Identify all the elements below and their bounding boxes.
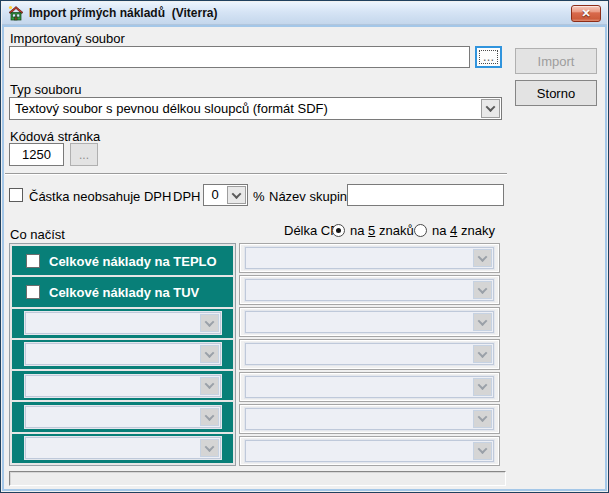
- titlebar[interactable]: Import přímých nákladů (Viterra) ✕: [2, 2, 607, 25]
- dropdown-button[interactable]: [473, 442, 492, 460]
- filetype-label: Typ souboru: [10, 82, 82, 97]
- dropdown-button[interactable]: [200, 408, 219, 426]
- tuv-label: Celkové náklady na TUV: [49, 284, 199, 299]
- row-extra-3: [12, 371, 233, 400]
- row-tuv: Celkové náklady na TUV: [12, 277, 233, 306]
- row-teplo: Celkové náklady na TEPLO: [12, 246, 233, 275]
- ellipsis-icon: ...: [79, 148, 89, 162]
- extra-item-combobox-4[interactable]: [25, 406, 221, 428]
- imported-file-label: Importovaný soubor: [10, 31, 125, 46]
- imported-file-input[interactable]: [9, 46, 470, 68]
- chevron-down-icon: [205, 348, 215, 358]
- filetype-dropdown-button[interactable]: [481, 99, 500, 118]
- import-button-label: Import: [538, 54, 575, 69]
- dph-dropdown-button[interactable]: [227, 186, 246, 204]
- filetype-selected-value: Textový soubor s pevnou délkou sloupců (…: [10, 99, 480, 119]
- radio-cp-4-chars[interactable]: [414, 224, 427, 237]
- close-button[interactable]: ✕: [571, 5, 601, 22]
- column-combobox-1[interactable]: [245, 247, 494, 269]
- codepage-input[interactable]: [9, 143, 64, 166]
- chevron-down-icon: [205, 317, 215, 327]
- mapping-row-4: [239, 339, 500, 369]
- dropdown-button[interactable]: [473, 378, 492, 396]
- column-mapping-panel: [239, 243, 500, 466]
- chevron-down-icon: [205, 411, 215, 421]
- chevron-down-icon: [478, 348, 488, 358]
- dropdown-button[interactable]: [473, 281, 492, 299]
- cp-length-label: Délka CP: [284, 223, 339, 238]
- mapping-row-5: [239, 372, 500, 402]
- chevron-down-icon: [205, 442, 215, 452]
- dph-label: DPH: [173, 189, 200, 204]
- codepage-browse-button[interactable]: ...: [70, 143, 98, 166]
- browse-file-button[interactable]: …: [475, 46, 502, 68]
- radio-cp-5-chars[interactable]: [332, 224, 345, 237]
- teplo-checkbox[interactable]: [26, 254, 40, 268]
- chevron-down-icon: [478, 445, 488, 455]
- radio-cp-4-label: na 4 znaky: [432, 223, 495, 238]
- mapping-row-2: [239, 275, 500, 305]
- column-combobox-5[interactable]: [245, 376, 494, 398]
- column-combobox-6[interactable]: [245, 408, 494, 430]
- focus-marquee: [479, 50, 498, 64]
- row-extra-5: [12, 434, 233, 463]
- teplo-label: Celkové náklady na TEPLO: [49, 253, 217, 268]
- chevron-down-icon: [478, 252, 488, 262]
- dropdown-button[interactable]: [473, 249, 492, 267]
- column-combobox-2[interactable]: [245, 279, 494, 301]
- tuv-checkbox[interactable]: [26, 285, 40, 299]
- dropdown-button[interactable]: [473, 345, 492, 363]
- radio-4-suffix: znaky: [457, 223, 495, 238]
- mapping-row-3: [239, 307, 500, 337]
- mapping-row-1: [239, 243, 500, 273]
- close-icon: ✕: [581, 8, 590, 19]
- dropdown-button[interactable]: [473, 313, 492, 331]
- dialog-import-primych-nakladu: Import přímých nákladů (Viterra) ✕ Impor…: [0, 0, 609, 493]
- radio-4-prefix: na: [432, 223, 450, 238]
- chevron-down-icon: [232, 189, 242, 199]
- extra-item-combobox-1[interactable]: [25, 312, 221, 334]
- storno-button-label: Storno: [537, 86, 575, 101]
- extra-item-combobox-2[interactable]: [25, 343, 221, 365]
- radio-cp-5-label: na 5 znaků: [350, 223, 414, 238]
- chevron-down-icon: [478, 412, 488, 422]
- dph-rate-combobox[interactable]: 0: [203, 184, 248, 206]
- dropdown-button[interactable]: [200, 345, 219, 363]
- chevron-down-icon: [205, 379, 215, 389]
- amount-without-vat-checkbox[interactable]: [9, 188, 23, 202]
- row-extra-1: [12, 309, 233, 338]
- progress-status-bar: [9, 471, 506, 486]
- row-extra-4: [12, 402, 233, 431]
- column-combobox-7[interactable]: [245, 440, 494, 462]
- extra-item-combobox-3[interactable]: [25, 375, 221, 397]
- mapping-row-6: [239, 404, 500, 434]
- load-section-label: Co načíst: [10, 227, 65, 242]
- import-button[interactable]: Import: [515, 48, 597, 74]
- dropdown-button[interactable]: [200, 314, 219, 332]
- row-extra-2: [12, 340, 233, 369]
- group-name-input[interactable]: [347, 184, 504, 206]
- dph-rate-value: 0: [204, 185, 226, 205]
- column-combobox-4[interactable]: [245, 343, 494, 365]
- mapping-row-7: [239, 436, 500, 466]
- extra-item-combobox-5[interactable]: [25, 437, 221, 459]
- radio-5-suffix: znaků: [375, 223, 413, 238]
- window-title: Import přímých nákladů (Viterra): [29, 6, 218, 20]
- dropdown-button[interactable]: [473, 410, 492, 428]
- amount-without-vat-label: Částka neobsahuje DPH: [29, 189, 171, 204]
- column-combobox-3[interactable]: [245, 311, 494, 333]
- dropdown-button[interactable]: [200, 439, 219, 457]
- chevron-down-icon: [478, 316, 488, 326]
- chevron-down-icon: [486, 102, 496, 112]
- storno-button[interactable]: Storno: [515, 80, 597, 106]
- house-app-icon: [8, 5, 24, 21]
- filetype-combobox[interactable]: Textový soubor s pevnou délkou sloupců (…: [9, 97, 502, 120]
- codepage-label: Kódová stránka: [10, 129, 100, 144]
- separator-line: [5, 173, 507, 175]
- radio-5-prefix: na: [350, 223, 368, 238]
- chevron-down-icon: [478, 380, 488, 390]
- load-items-panel: Celkové náklady na TEPLO Celkové náklady…: [9, 243, 236, 466]
- percent-label: %: [253, 189, 265, 204]
- dropdown-button[interactable]: [200, 377, 219, 395]
- group-name-label: Název skupiny: [269, 189, 354, 204]
